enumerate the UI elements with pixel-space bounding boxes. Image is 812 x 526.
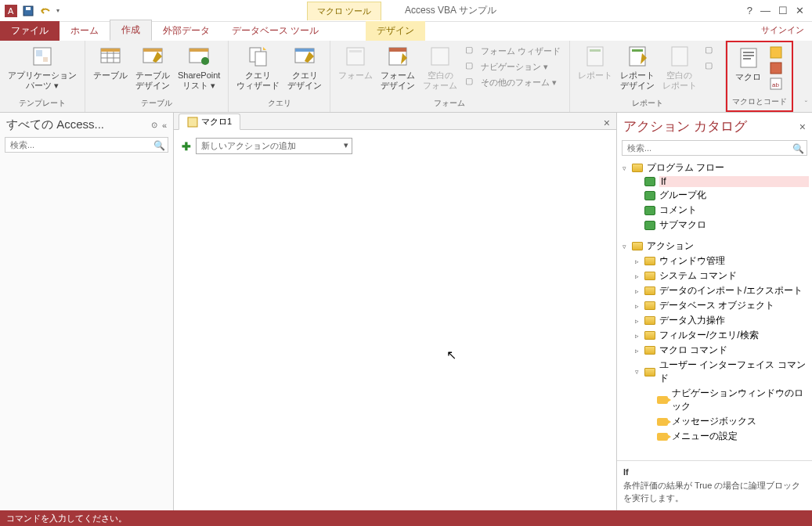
svg-rect-3: [26, 7, 31, 10]
query-wizard-label: クエリ ウィザード: [236, 70, 280, 91]
close-button[interactable]: ✕: [796, 5, 804, 16]
more-forms-button[interactable]: ▢その他のフォーム ▾: [464, 75, 562, 89]
query-wizard-icon: [246, 44, 271, 69]
action-icon: [656, 416, 669, 427]
caret-icon: ▿: [620, 164, 628, 172]
nav-search-input[interactable]: [5, 137, 168, 153]
tree-folder-window[interactable]: ▹ウィンドウ管理: [620, 254, 809, 268]
titlebar: A ▾ マクロ ツール Access VBA サンプル ? — ☐ ✕: [0, 0, 812, 22]
tree-item-comment[interactable]: コメント: [620, 203, 809, 218]
catalog-close-button[interactable]: ×: [799, 121, 806, 133]
add-action-plus-icon[interactable]: ✚: [182, 140, 191, 153]
catalog-description: If 条件評価の結果が True の場合に論理ブロックを実行します。: [617, 460, 812, 510]
form-icon: [343, 44, 368, 69]
sharepoint-label: SharePoint リスト ▾: [178, 70, 220, 91]
tab-external-data[interactable]: 外部データ: [152, 21, 221, 41]
more-forms-label: その他のフォーム ▾: [481, 77, 557, 88]
group-label-queries: クエリ: [233, 98, 325, 110]
tree-folder-filter[interactable]: ▹フィルター/クエリ/検索: [620, 328, 809, 343]
folder-icon: [631, 241, 644, 252]
search-icon[interactable]: 🔍: [153, 140, 165, 151]
application-parts-button[interactable]: アプリケーション パーツ ▾: [5, 42, 80, 92]
table-button[interactable]: テーブル: [90, 42, 131, 82]
navigation-button[interactable]: ▢ナビゲーション ▾: [464, 59, 562, 74]
tab-home[interactable]: ホーム: [60, 21, 110, 41]
tree-item-group[interactable]: グループ化: [620, 188, 809, 203]
tree-item-if[interactable]: If: [620, 175, 809, 188]
tree-group-program-flow[interactable]: ▿ プログラム フロー: [620, 160, 809, 175]
nav-collapse-icon[interactable]: «: [162, 121, 167, 130]
labels-icon: ▢: [705, 60, 717, 73]
application-parts-label: アプリケーション パーツ ▾: [8, 70, 77, 91]
minimize-button[interactable]: —: [760, 5, 770, 16]
svg-rect-5: [36, 50, 42, 56]
document-tabs: マクロ1 ×: [174, 113, 616, 130]
undo-redo-icon[interactable]: [39, 5, 52, 17]
tree-item-submacro[interactable]: サブマクロ: [620, 218, 809, 232]
report-button[interactable]: レポート: [575, 42, 615, 82]
class-module-button[interactable]: [768, 61, 784, 75]
tree-folder-import[interactable]: ▹データのインポート/エクスポート: [620, 283, 809, 298]
tab-database-tools[interactable]: データベース ツール: [221, 21, 330, 41]
tree-folder-dbobject[interactable]: ▹データベース オブジェクト: [620, 298, 809, 313]
svg-rect-35: [743, 58, 751, 59]
macro-button[interactable]: マクロ: [732, 44, 765, 84]
form-design-button[interactable]: フォーム デザイン: [377, 42, 418, 92]
group-label-macro: マクロとコード: [732, 96, 787, 109]
ribbon-collapse-icon[interactable]: ˇ: [805, 100, 807, 109]
form-wizard-label: フォーム ウィザード: [481, 45, 561, 57]
table-label: テーブル: [93, 70, 128, 81]
tab-file[interactable]: ファイル: [0, 21, 60, 41]
query-design-icon: [292, 44, 317, 69]
query-wizard-button[interactable]: クエリ ウィザード: [233, 42, 283, 92]
module-button[interactable]: [768, 45, 784, 59]
ribbon-group-macro: マクロ ab マクロとコード: [726, 41, 793, 112]
report-design-label: レポート デザイン: [620, 70, 655, 91]
maximize-button[interactable]: ☐: [778, 5, 788, 16]
window-controls: ? — ☐ ✕: [739, 5, 812, 16]
macro-label: マクロ: [735, 72, 761, 82]
form-label: フォーム: [338, 70, 373, 81]
add-action-dropdown[interactable]: 新しいアクションの追加: [196, 138, 352, 154]
folder-icon: [631, 163, 644, 174]
vba-button[interactable]: ab: [768, 77, 784, 91]
tree-item-menuset[interactable]: メニューの設定: [620, 429, 809, 444]
svg-rect-16: [189, 49, 208, 52]
tree-folder-dataentry[interactable]: ▹データ入力操作: [620, 313, 809, 328]
tree-folder-macrocmd[interactable]: ▹マクロ コマンド: [620, 343, 809, 358]
search-icon[interactable]: 🔍: [792, 143, 804, 154]
table-design-button[interactable]: テーブル デザイン: [132, 42, 173, 92]
tree-item-msgbox[interactable]: メッセージボックス: [620, 414, 809, 429]
report-design-button[interactable]: レポート デザイン: [617, 42, 658, 92]
signin-link[interactable]: サインイン: [756, 22, 809, 38]
tab-create[interactable]: 作成: [110, 20, 152, 41]
svg-rect-40: [188, 117, 197, 127]
nav-dropdown-icon[interactable]: ⊙: [151, 121, 157, 129]
doc-close-button[interactable]: ×: [597, 117, 616, 129]
form-design-label: フォーム デザイン: [381, 70, 415, 91]
blank-report-button[interactable]: 空白の レポート: [659, 42, 700, 92]
labels-button[interactable]: ▢: [703, 59, 719, 74]
tree-folder-ui[interactable]: ▿ユーザー インターフェイス コマンド: [620, 358, 809, 386]
tree-folder-system[interactable]: ▹システム コマンド: [620, 268, 809, 283]
add-action-placeholder: 新しいアクションの追加: [201, 141, 296, 150]
tab-design[interactable]: デザイン: [366, 21, 425, 41]
blank-form-button[interactable]: 空白の フォーム: [420, 42, 460, 92]
form-wizard-button[interactable]: ▢フォーム ウィザード: [464, 44, 562, 58]
tree-item-navlock[interactable]: ナビゲーションウィンドウのロック: [620, 386, 809, 414]
qat-dropdown-icon[interactable]: ▾: [56, 7, 60, 14]
folder-icon: [644, 366, 656, 377]
tab-macro1[interactable]: マクロ1: [179, 113, 240, 130]
help-button[interactable]: ?: [747, 5, 752, 16]
report-wizard-button[interactable]: ▢: [703, 44, 719, 58]
save-icon[interactable]: [22, 5, 34, 17]
form-button[interactable]: フォーム: [335, 42, 376, 82]
nav-title[interactable]: すべての Access...: [6, 117, 146, 132]
sharepoint-icon: [186, 44, 211, 69]
tree-group-actions[interactable]: ▿ アクション: [620, 239, 809, 254]
sharepoint-lists-button[interactable]: SharePoint リスト ▾: [175, 42, 223, 92]
catalog-search-input[interactable]: [622, 140, 807, 156]
query-design-button[interactable]: クエリ デザイン: [284, 42, 325, 92]
folder-icon: [644, 256, 656, 267]
svg-rect-6: [43, 57, 48, 62]
